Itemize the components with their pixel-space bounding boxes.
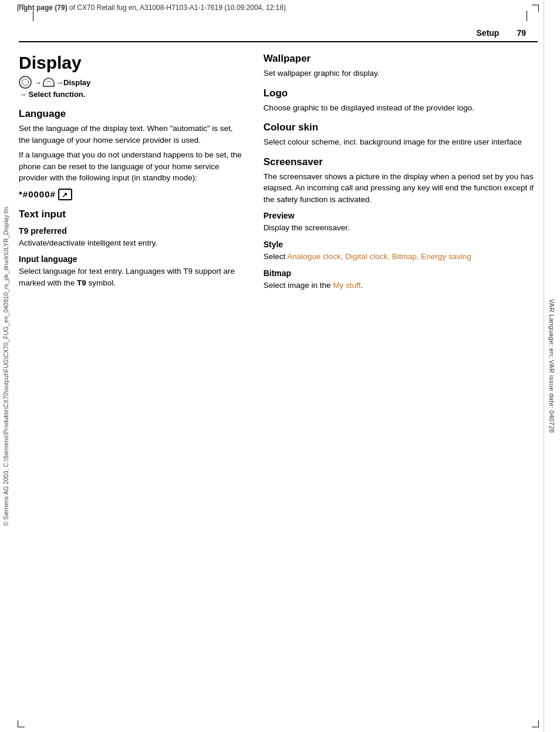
input-lang-text-part2: symbol.	[86, 278, 116, 287]
left-label: © Siemens AG 2003, C:\Siemens\Produkte\C…	[0, 0, 13, 732]
style-heading: Style	[264, 240, 538, 249]
nav-circle-icon	[19, 76, 32, 89]
bitmap-text: Select image in the My stuff.	[264, 280, 538, 291]
colour-skin-heading: Colour skin	[264, 122, 538, 133]
topbar-rest: of CX70 Retail fug en, A31008-H7103-A1-1…	[68, 4, 286, 12]
left-column: Display → ⌒ → Display → Select function.…	[19, 53, 258, 294]
nav-row-1: → ⌒ → Display	[19, 76, 246, 89]
nav-submenu-icon: ⌒	[43, 78, 55, 87]
language-para1: Set the language of the display text. Wh…	[19, 123, 246, 146]
bitmap-my-stuff: My stuff	[333, 281, 360, 290]
nav-arrow-2: →	[56, 78, 63, 87]
screensaver-intro: The screensaver shows a picture in the d…	[264, 171, 538, 206]
input-language-heading: Input language	[19, 254, 246, 264]
input-lang-t9: T9	[77, 278, 86, 287]
logo-text: Choose graphic to be displayed instead o…	[264, 102, 538, 114]
style-text: Select Analogue clock, Digital clock, Bi…	[264, 251, 538, 263]
page-number: 79	[517, 28, 526, 38]
wallpaper-heading: Wallpaper	[264, 53, 538, 65]
style-options: Analogue clock, Digital clock, Bitmap, E…	[287, 252, 471, 261]
bitmap-text-suffix: .	[360, 281, 363, 290]
nav-row-2: → Select function.	[19, 90, 246, 99]
code-text: *#0000#	[19, 189, 56, 199]
wallpaper-text: Set wallpaper graphic for display.	[264, 68, 538, 79]
nav-arrow-1: →	[34, 78, 42, 87]
main-content: Setup 79 Display → ⌒ → Display → Select …	[13, 23, 544, 732]
setup-label: Setup	[477, 28, 500, 38]
logo-heading: Logo	[264, 88, 538, 99]
nav-display-label: Display	[63, 78, 90, 87]
phone-icon: ↗	[58, 189, 72, 200]
bitmap-text-prefix: Select image in the	[264, 281, 333, 290]
topbar-bold: right page (79)	[19, 4, 68, 12]
bitmap-heading: Bitmap	[264, 268, 538, 278]
input-lang-text-part1: Select language for text entry. Language…	[19, 267, 235, 287]
page-title: Display	[19, 53, 246, 72]
t9-preferred-text: Activate/deactivate intelligent text ent…	[19, 237, 246, 249]
preview-text: Display the screensaver.	[264, 222, 538, 234]
language-para2: If a language that you do not understand…	[19, 149, 246, 184]
language-heading: Language	[19, 108, 246, 120]
screensaver-heading: Screensaver	[264, 156, 538, 168]
input-language-text: Select language for text entry. Language…	[19, 266, 246, 288]
style-text-prefix: Select	[264, 252, 288, 261]
header-line: Setup 79	[19, 23, 538, 42]
text-input-heading: Text input	[19, 209, 246, 220]
side-label: VAR Language: en; VAR issue date: 040728	[544, 0, 560, 732]
right-column: Wallpaper Set wallpaper graphic for disp…	[258, 53, 538, 294]
nav-select-label: → Select function.	[19, 90, 85, 99]
code-line: *#0000# ↗	[19, 189, 246, 200]
colour-skin-text: Select colour scheme, incl. background i…	[264, 136, 538, 148]
t9-preferred-heading: T9 preferred	[19, 226, 246, 236]
preview-heading: Preview	[264, 211, 538, 220]
top-bar: right page (79) of CX70 Retail fug en, A…	[13, 0, 544, 14]
two-column-layout: Display → ⌒ → Display → Select function.…	[19, 53, 538, 294]
